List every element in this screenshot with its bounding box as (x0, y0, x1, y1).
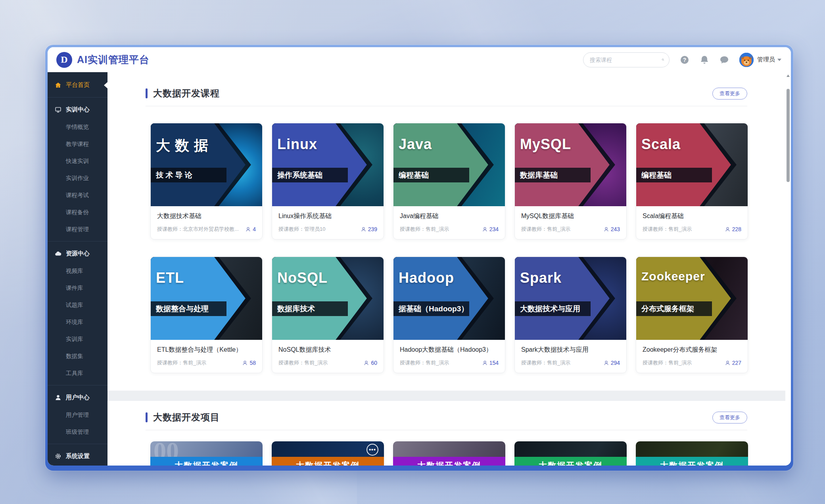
course-title: Zookeeper分布式服务框架 (643, 346, 741, 354)
course-cover-image: Zookeeper 分布式服务框架 (636, 257, 748, 340)
course-grid: 大 数 据 技 术 导 论 大数据技术基础 授课教师：北京市对外贸易学校教... (150, 123, 781, 373)
sidebar-group-user-center[interactable]: 用户中心 (48, 389, 107, 406)
section-bigdata-projects: 大数据开发项目 查看更多 00 大数据开发案例 ••• 大数据开发案例 (107, 401, 791, 466)
course-card[interactable]: NoSQL 数据库技术 NoSQL数据库技术 授课教师：售前_演示 60 (272, 257, 384, 373)
sidebar-item-label: 班级管理 (66, 428, 89, 436)
view-more-button[interactable]: 查看更多 (712, 88, 747, 100)
student-count: 58 (242, 360, 256, 366)
scroll-up-arrow-icon[interactable] (787, 75, 790, 77)
project-card[interactable]: ••• 大数据开发案例 (272, 441, 384, 466)
sidebar-item-kejianku[interactable]: 课件库 (48, 280, 107, 297)
search-icon[interactable] (662, 56, 664, 63)
sidebar-item-label: 试题库 (66, 301, 83, 309)
cover-title: Scala (641, 136, 681, 153)
message-icon[interactable] (719, 55, 729, 65)
project-banner: 大数据开发案例 (514, 457, 627, 466)
count-value: 239 (368, 226, 377, 232)
person-icon (603, 360, 609, 366)
course-title: MySQL数据库基础 (521, 212, 620, 220)
sidebar-item-label: 平台首页 (66, 81, 90, 89)
vertical-scrollbar[interactable] (785, 72, 791, 466)
svg-text:?: ? (683, 57, 687, 63)
sidebar-item-guanli[interactable]: 课程管理 (48, 221, 107, 238)
count-value: 228 (732, 226, 741, 232)
course-card[interactable]: Spark 大数据技术与应用 Spark大数据技术与应用 授课教师：售前_演示 (514, 257, 627, 373)
cover-subtitle: 操作系统基础 (272, 168, 348, 182)
course-card[interactable]: Hadoop 据基础（Hadoop3） Hadoop大数据基础（Hadoop3）… (393, 257, 505, 373)
sidebar-item-yonghu[interactable]: 用户管理 (48, 406, 107, 424)
ellipsis-icon[interactable]: ••• (366, 444, 378, 456)
cover-title: NoSQL (277, 270, 328, 286)
search-input[interactable] (590, 57, 662, 63)
sidebar-item-shipinku[interactable]: 视频库 (48, 263, 107, 280)
search-box[interactable] (583, 52, 670, 67)
course-title: Scala编程基础 (643, 212, 741, 220)
user-name[interactable]: 管理员 (757, 56, 775, 63)
sidebar-item-xueqing[interactable]: 学情概览 (48, 119, 107, 136)
person-icon (725, 226, 731, 232)
student-count: 60 (363, 360, 377, 366)
section-title-bar (146, 412, 148, 422)
sidebar-item-huanjingku[interactable]: 环境库 (48, 314, 107, 331)
sidebar-item-label: 课程考试 (66, 192, 89, 199)
help-icon[interactable]: ? (680, 55, 689, 65)
project-card[interactable]: 00 大数据开发案例 (150, 441, 263, 466)
cover-subtitle: 编程基础 (393, 168, 469, 182)
course-cover-image: Linux 操作系统基础 (272, 123, 384, 206)
sidebar-group-training-center[interactable]: 实训中心 (48, 101, 107, 119)
sidebar-item-label: 快速实训 (66, 157, 89, 165)
sidebar-item-shitiku[interactable]: 试题库 (48, 297, 107, 314)
cover-title: MySQL (520, 136, 571, 153)
sidebar-group-system-settings[interactable]: 系统设置 (48, 447, 107, 465)
course-card[interactable]: ETL 数据整合与处理 ETL数据整合与处理（Kettle） 授课教师：售前_演… (150, 257, 263, 373)
home-icon (55, 82, 61, 88)
count-value: 154 (489, 360, 499, 366)
user-avatar[interactable] (739, 53, 754, 67)
sidebar-item-banji[interactable]: 班级管理 (48, 424, 107, 441)
project-banner: 大数据开发案例 (150, 457, 263, 466)
course-teacher: 授课教师：售前_演示 (157, 359, 240, 366)
project-card[interactable]: 大数据开发案例 (514, 441, 627, 466)
course-card[interactable]: 大 数 据 技 术 导 论 大数据技术基础 授课教师：北京市对外贸易学校教... (150, 123, 263, 240)
sidebar-item-shixunku[interactable]: 实训库 (48, 331, 107, 348)
course-cover-image: Scala 编程基础 (636, 123, 748, 206)
sidebar-item-home[interactable]: 平台首页 (48, 76, 107, 94)
project-card[interactable]: 大数据开发案例 (393, 441, 505, 466)
cover-subtitle: 分布式服务框架 (636, 301, 712, 316)
sidebar-item-label: 数据集 (66, 353, 83, 360)
sidebar-item-kuaisu[interactable]: 快速实训 (48, 153, 107, 170)
view-more-button[interactable]: 查看更多 (712, 412, 747, 424)
count-value: 294 (611, 360, 620, 366)
sidebar-group-resource-center[interactable]: 资源中心 (48, 245, 107, 263)
sidebar-item-gongjuku[interactable]: 工具库 (48, 365, 107, 382)
notification-bell-icon[interactable] (700, 55, 709, 65)
course-card[interactable]: Scala 编程基础 Scala编程基础 授课教师：售前_演示 228 (636, 123, 748, 240)
project-card[interactable]: 大数据开发案例 (636, 441, 748, 466)
course-card[interactable]: MySQL 数据库基础 MySQL数据库基础 授课教师：售前_演示 243 (514, 123, 627, 240)
sidebar-item-label: 用户管理 (66, 411, 89, 419)
sidebar-item-label: 实训作业 (66, 174, 89, 182)
sidebar-item-shujuji[interactable]: 数据集 (48, 348, 107, 365)
sidebar-item-kaoshi[interactable]: 课程考试 (48, 187, 107, 204)
course-card[interactable]: Zookeeper 分布式服务框架 Zookeeper分布式服务框架 授课教师：… (636, 257, 748, 373)
student-count: 234 (482, 226, 499, 232)
student-count: 4 (245, 226, 256, 232)
sidebar-nav: 平台首页 实训中心 学情概览 教学课程 快速实训 实训作业 课程考试 课程备份 … (48, 72, 107, 466)
course-cover-image: NoSQL 数据库技术 (272, 257, 384, 340)
cover-subtitle: 数据整合与处理 (151, 301, 226, 316)
sidebar-item-jiaoxue[interactable]: 教学课程 (48, 136, 107, 153)
scrollbar-thumb[interactable] (787, 89, 790, 182)
app-window: D AI实训管理平台 ? (48, 47, 791, 466)
course-cover-image: Hadoop 据基础（Hadoop3） (393, 257, 505, 340)
sidebar-item-zuoye[interactable]: 实训作业 (48, 170, 107, 187)
course-teacher: 授课教师：售前_演示 (643, 359, 722, 366)
student-count: 294 (603, 360, 620, 366)
chevron-down-icon[interactable] (777, 59, 781, 61)
sidebar-item-beifen[interactable]: 课程备份 (48, 204, 107, 221)
section-title-bar (146, 88, 148, 98)
gear-icon (55, 453, 61, 460)
course-teacher: 授课教师：售前_演示 (521, 226, 601, 233)
course-card[interactable]: Linux 操作系统基础 Linux操作系统基础 授课教师：管理员10 239 (272, 123, 384, 240)
course-card[interactable]: Java 编程基础 Java编程基础 授课教师：售前_演示 234 (393, 123, 505, 240)
sidebar-item-label: 课件库 (66, 284, 83, 292)
